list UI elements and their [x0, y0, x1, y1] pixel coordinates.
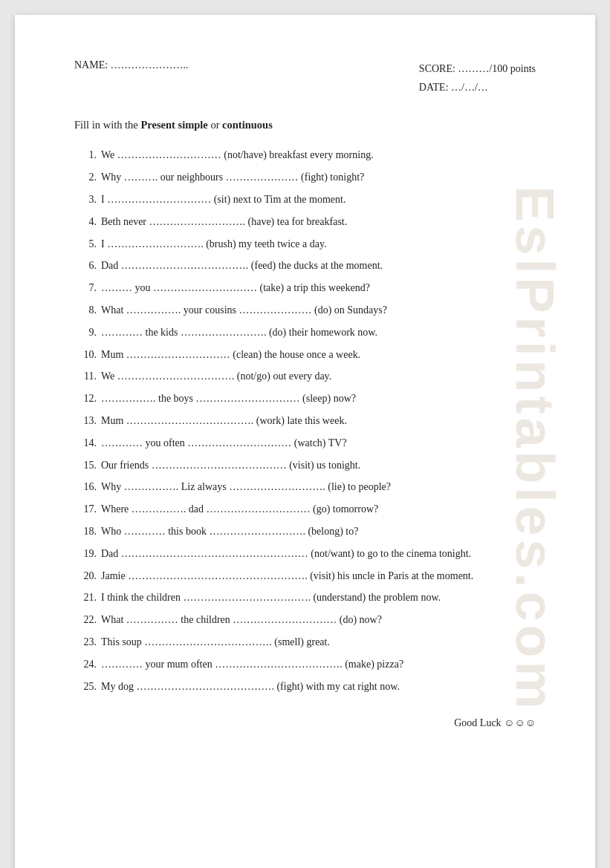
list-item: 7.……… you ………………………… (take) a trip this …	[74, 279, 536, 297]
list-item: 17.Where ……………. dad ………………………… (go) tomo…	[74, 500, 536, 518]
item-text: Where ……………. dad ………………………… (go) tomorro…	[101, 500, 536, 518]
list-item: 21.I think the children ………………………………. (u…	[74, 589, 536, 607]
item-text: ………… your mum often ………………………………. (make)…	[101, 656, 536, 673]
list-item: 19.Dad ……………………………………………… (not/want) to …	[74, 545, 536, 563]
item-number: 22.	[74, 611, 97, 629]
instructions: Fill in with the Present simple or conti…	[74, 119, 536, 131]
item-number: 9.	[74, 324, 97, 342]
header: NAME: ………………….. SCORE: ………/100 points DA…	[74, 59, 536, 97]
list-item: 18.Who ………… this book ………………………. (belong…	[74, 523, 536, 541]
item-text: Beth never ………………………. (have) tea for bre…	[101, 213, 536, 231]
worksheet-page: EslPrintables.com NAME: ………………….. SCORE:…	[15, 15, 595, 868]
instructions-bold1: Present simple	[140, 119, 207, 131]
item-number: 7.	[74, 279, 97, 297]
item-text: Why ……………. Liz always ………………………. (lie) t…	[101, 478, 536, 496]
item-text: Jamie ……………………………………………. (visit) his unc…	[101, 567, 536, 585]
list-item: 16.Why ……………. Liz always ………………………. (lie…	[74, 478, 536, 496]
item-number: 1.	[74, 146, 97, 164]
list-item: 22.What …………… the children ………………………… (d…	[74, 611, 536, 629]
item-text: Our friends ………………………………… (visit) us ton…	[101, 457, 536, 474]
item-number: 21.	[74, 589, 97, 607]
good-luck: Good Luck ☺☺☺	[74, 717, 536, 729]
item-number: 2.	[74, 169, 97, 186]
item-number: 4.	[74, 213, 97, 231]
item-number: 14.	[74, 434, 97, 452]
item-number: 11.	[74, 368, 97, 385]
list-item: 15.Our friends ………………………………… (visit) us …	[74, 457, 536, 474]
list-item: 9.………… the kids ……………………. (do) their hom…	[74, 324, 536, 342]
item-number: 24.	[74, 656, 97, 673]
exercise-list: 1.We ………………………… (not/have) breakfast eve…	[74, 146, 536, 695]
item-number: 12.	[74, 390, 97, 408]
item-text: We ………………………… (not/have) breakfast every…	[101, 146, 536, 164]
list-item: 3.I ………………………… (sit) next to Tim at the …	[74, 191, 536, 209]
item-number: 13.	[74, 412, 97, 430]
item-number: 5.	[74, 235, 97, 253]
item-number: 17.	[74, 500, 97, 518]
name-field: NAME: …………………..	[74, 59, 189, 71]
list-item: 10.Mum ………………………… (clean) the house once…	[74, 346, 536, 364]
instructions-prefix: Fill in with the	[74, 119, 140, 131]
list-item: 1.We ………………………… (not/have) breakfast eve…	[74, 146, 536, 164]
list-item: 14.………… you often ………………………… (watch) TV?	[74, 434, 536, 452]
list-item: 25.My dog …………………………………. (fight) with my…	[74, 678, 536, 696]
list-item: 12.……………. the boys ………………………… (sleep) no…	[74, 390, 536, 408]
list-item: 24.………… your mum often ………………………………. (ma…	[74, 656, 536, 673]
item-text: Dad ………………………………. (feed) the ducks at th…	[101, 257, 536, 275]
item-text: Dad ……………………………………………… (not/want) to go …	[101, 545, 536, 563]
item-text: Mum ………………………………. (work) late this week.	[101, 412, 536, 430]
item-text: I ………………………. (brush) my teeth twice a da…	[101, 235, 536, 253]
item-text: ………… you often ………………………… (watch) TV?	[101, 434, 536, 452]
item-text: What ……………. your cousins ………………… (do) on…	[101, 301, 536, 319]
list-item: 6.Dad ………………………………. (feed) the ducks at …	[74, 257, 536, 275]
instructions-middle: or	[208, 119, 222, 131]
item-text: We ……………………………. (not/go) out every day.	[101, 368, 536, 385]
score-date-block: SCORE: ………/100 points DATE: …/…/…	[419, 59, 536, 97]
item-text: I ………………………… (sit) next to Tim at the mo…	[101, 191, 536, 209]
item-text: This soup ………………………………. (smell) great.	[101, 633, 536, 651]
item-number: 8.	[74, 301, 97, 319]
item-text: ……… you ………………………… (take) a trip this we…	[101, 279, 536, 297]
list-item: 20.Jamie ……………………………………………. (visit) his …	[74, 567, 536, 585]
item-text: ……………. the boys ………………………… (sleep) now?	[101, 390, 536, 408]
item-number: 15.	[74, 457, 97, 474]
item-text: Why ………. our neighbours ………………… (fight) …	[101, 169, 536, 186]
item-number: 16.	[74, 478, 97, 496]
date-label: DATE: …/…/…	[419, 78, 536, 97]
list-item: 8.What ……………. your cousins ………………… (do) …	[74, 301, 536, 319]
list-item: 4.Beth never ………………………. (have) tea for b…	[74, 213, 536, 231]
item-text: Mum ………………………… (clean) the house once a …	[101, 346, 536, 364]
instructions-bold2: continuous	[222, 119, 273, 131]
list-item: 5.I ………………………. (brush) my teeth twice a …	[74, 235, 536, 253]
item-number: 25.	[74, 678, 97, 696]
list-item: 2.Why ………. our neighbours ………………… (fight…	[74, 169, 536, 186]
item-text: My dog …………………………………. (fight) with my ca…	[101, 678, 536, 696]
item-number: 23.	[74, 633, 97, 651]
item-text: ………… the kids ……………………. (do) their homew…	[101, 324, 536, 342]
item-text: What …………… the children ………………………… (do) …	[101, 611, 536, 629]
item-number: 18.	[74, 523, 97, 541]
list-item: 13.Mum ………………………………. (work) late this we…	[74, 412, 536, 430]
item-number: 6.	[74, 257, 97, 275]
item-number: 19.	[74, 545, 97, 563]
list-item: 23.This soup ………………………………. (smell) great…	[74, 633, 536, 651]
item-number: 3.	[74, 191, 97, 209]
item-text: Who ………… this book ………………………. (belong) t…	[101, 523, 536, 541]
score-label: SCORE: ………/100 points	[419, 59, 536, 78]
item-number: 10.	[74, 346, 97, 364]
item-text: I think the children ………………………………. (unde…	[101, 589, 536, 607]
item-number: 20.	[74, 567, 97, 585]
list-item: 11.We ……………………………. (not/go) out every da…	[74, 368, 536, 385]
